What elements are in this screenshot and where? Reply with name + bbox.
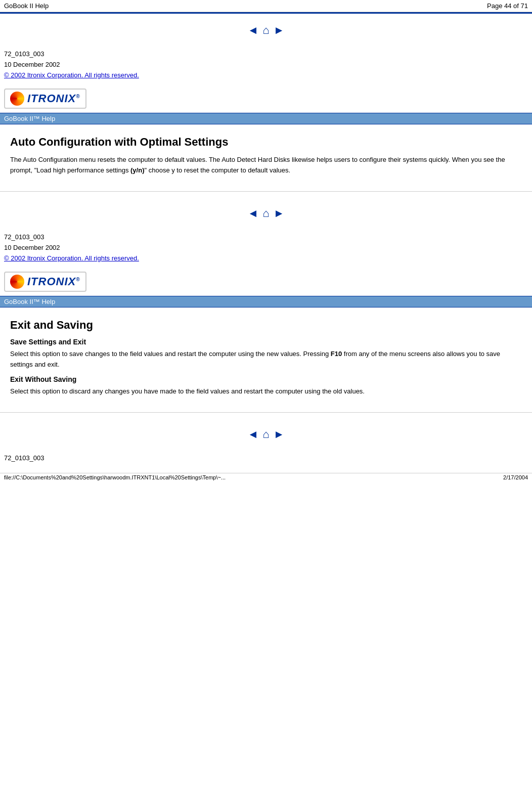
auto-config-bold: (y/n): [130, 166, 144, 174]
page-indicator: Page 44 of 71: [487, 2, 528, 10]
f10-bold: F10: [331, 350, 342, 358]
logo-section-2: ITRONIX®: [0, 268, 532, 296]
home-icon-3[interactable]: ⌂: [262, 428, 269, 441]
exit-no-save-body: Select this option to discard any change…: [10, 386, 522, 397]
nav-section-1-top: ◄ ⌂ ►: [0, 14, 532, 47]
doc-id-3: 72_0103_003: [4, 453, 528, 464]
doc-date-1: 10 December 2002: [4, 60, 528, 70]
footer-info-1: 72_0103_003 10 December 2002 © 2002 Itro…: [0, 47, 532, 84]
logo-section-1: ITRONIX®: [0, 84, 532, 113]
logo-box-1: ITRONIX®: [4, 89, 86, 109]
prev-arrow-3[interactable]: ◄: [248, 428, 259, 441]
nav-arrows-2-top: ◄ ⌂ ►: [0, 207, 532, 220]
prev-arrow-2-top[interactable]: ◄: [248, 207, 259, 220]
next-arrow-3[interactable]: ►: [274, 428, 285, 441]
auto-config-body: The Auto Configuration menu resets the c…: [10, 155, 522, 176]
main-content-exit-saving: Exit and Saving Save Settings and Exit S…: [0, 307, 532, 407]
home-icon-1-top[interactable]: ⌂: [262, 24, 269, 37]
exit-saving-title: Exit and Saving: [10, 319, 522, 332]
logo-text-1: ITRONIX®: [27, 92, 80, 105]
nav-section-2-top: ◄ ⌂ ►: [0, 197, 532, 230]
save-exit-body: Select this option to save changes to th…: [10, 349, 522, 370]
section-header-bar-2: GoBook II™ Help: [0, 296, 532, 307]
copyright-link-1[interactable]: © 2002 Itronix Corporation. All rights r…: [4, 71, 139, 79]
status-date: 2/17/2004: [503, 474, 528, 480]
section-header-bar-1: GoBook II™ Help: [0, 113, 532, 124]
logo-spinner-2: [10, 275, 24, 289]
doc-date-2: 10 December 2002: [4, 243, 528, 253]
nav-section-3: ◄ ⌂ ►: [0, 418, 532, 451]
logo-box-2: ITRONIX®: [4, 272, 86, 292]
doc-id-1: 72_0103_003: [4, 49, 528, 60]
logo-spinner-1: [10, 92, 24, 106]
footer-info-2: 72_0103_003 10 December 2002 © 2002 Itro…: [0, 230, 532, 268]
section-header-label-2: GoBook II™ Help: [4, 298, 55, 305]
prev-arrow-1-top[interactable]: ◄: [248, 24, 259, 37]
nav-arrows-1-top: ◄ ⌂ ►: [0, 24, 532, 37]
doc-id-2: 72_0103_003: [4, 232, 528, 243]
auto-config-title: Auto Configuration with Optimal Settings: [10, 136, 522, 149]
top-bar: GoBook II Help Page 44 of 71: [0, 0, 532, 12]
copyright-link-2[interactable]: © 2002 Itronix Corporation. All rights r…: [4, 254, 139, 262]
divider-1: [0, 191, 532, 192]
divider-2: [0, 412, 532, 413]
nav-arrows-3: ◄ ⌂ ►: [0, 428, 532, 441]
home-icon-2-top[interactable]: ⌂: [262, 207, 269, 220]
status-bar: file://C:\Documents%20and%20Settings\har…: [0, 473, 532, 481]
save-exit-subtitle: Save Settings and Exit: [10, 338, 522, 346]
logo-text-2: ITRONIX®: [27, 275, 80, 288]
main-content-auto-config: Auto Configuration with Optimal Settings…: [0, 124, 532, 186]
next-arrow-2-top[interactable]: ►: [274, 207, 285, 220]
next-arrow-1-top[interactable]: ►: [274, 24, 285, 37]
exit-no-save-subtitle: Exit Without Saving: [10, 375, 522, 383]
status-path: file://C:\Documents%20and%20Settings\har…: [4, 474, 226, 480]
app-title: GoBook II Help: [4, 2, 49, 10]
section-header-label-1: GoBook II™ Help: [4, 115, 55, 122]
footer-info-3: 72_0103_003: [0, 451, 532, 468]
